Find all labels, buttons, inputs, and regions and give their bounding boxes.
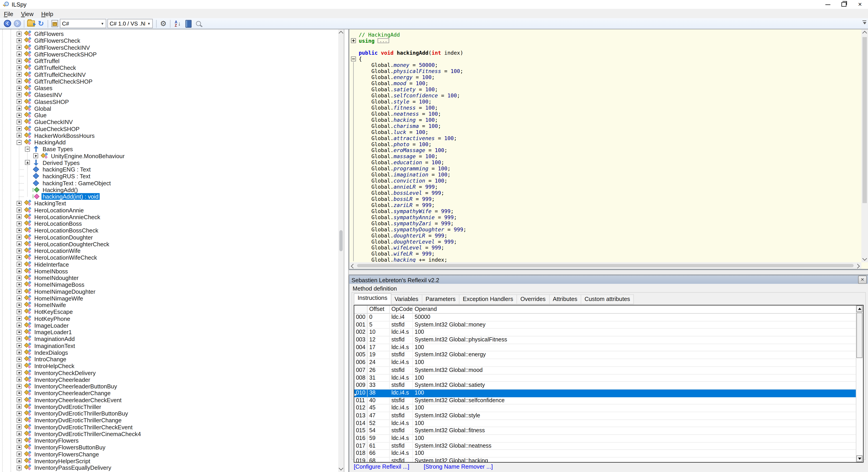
expand-icon[interactable] [17,424,22,430]
expand-icon[interactable] [17,364,22,369]
expand-icon[interactable] [17,214,22,219]
expand-icon[interactable] [17,316,22,321]
tree-item[interactable]: HideInterface [0,261,338,268]
tree-item[interactable]: GlueCheckINV [0,119,338,125]
tree-vertical-scrollbar[interactable] [338,29,344,472]
expand-icon[interactable] [17,126,22,131]
code-area[interactable]: // HackingAddusing ... public void hacki… [349,29,861,262]
tree-item[interactable]: IntroChange [0,356,338,363]
expand-icon[interactable] [17,65,22,70]
tree-item[interactable]: Global [0,105,338,112]
instruction-row[interactable]: 0000ldc.i450000 [354,314,856,321]
refresh-button[interactable]: ↻ [36,19,46,28]
instruction-row[interactable]: 01452ldc.i4.s100 [354,420,856,428]
expand-icon[interactable] [17,38,22,43]
collapse-icon[interactable] [25,147,30,152]
tree-item[interactable]: ImaginationAdd [0,336,338,342]
tree-item[interactable]: GiftFlowersCheck [0,37,338,44]
instruction-row[interactable]: 00312stsfldSystem.Int32 Global::physical… [354,337,856,344]
instruction-row[interactable]: 0015stsfldSystem.Int32 Global::money [354,321,856,329]
tab-custom-attributes[interactable]: Custom attributes [581,294,634,304]
fold-expander-using[interactable] [351,38,356,43]
code-horizontal-scrollbar[interactable] [349,262,861,269]
instruction-row[interactable]: 00519stsfldSystem.Int32 Global::energy [354,352,856,359]
tree-item[interactable]: InventoryCheerleaderButtonBuy [0,383,338,390]
tree-item[interactable]: InventoryDvdEroticThrillerCinemaCheck4 [0,431,338,437]
tree-item[interactable]: HomeINimageWife [0,295,338,302]
settings-button[interactable]: ⚙ [158,19,168,28]
expand-icon[interactable] [17,309,22,314]
instruction-row[interactable]: 01761stsfldSystem.Int32 Global::neatness [354,442,856,450]
tree-item[interactable]: GiftFlowersCheckINV [0,44,338,51]
expand-icon[interactable] [17,208,22,213]
menu-item-view[interactable]: View [17,9,37,18]
tree-item[interactable]: InventoryHelperScript [0,458,338,464]
tree-item[interactable]: InventoryCheerleaderChange [0,390,338,397]
expand-icon[interactable] [17,431,22,436]
scroll-right-icon[interactable] [855,263,860,268]
tree-item[interactable]: hackingRUS : Text [0,173,338,180]
scroll-down-icon[interactable] [862,256,867,261]
offset-column-header[interactable]: Offset [368,306,390,313]
tree-item[interactable]: HeroLocationWife [0,247,338,254]
horizontal-splitter[interactable] [349,269,868,276]
expand-icon[interactable] [17,99,22,104]
expand-icon[interactable] [17,289,22,294]
tab-attributes[interactable]: Attributes [550,294,581,304]
expand-icon[interactable] [17,59,22,63]
reflexil-close-button[interactable]: ✕ [858,276,867,284]
scroll-up-icon[interactable] [862,31,867,36]
scroll-left-icon[interactable] [351,263,355,268]
tree-item[interactable]: HotKeyEscape [0,308,338,315]
tree-item[interactable]: HackingAdd() [0,186,338,193]
vertical-splitter[interactable] [344,29,349,472]
collapse-icon[interactable] [17,140,22,145]
expand-icon[interactable] [17,323,22,328]
expand-icon[interactable] [17,343,22,348]
tree-item[interactable]: hackingENG : Text [0,166,338,173]
link-strongnameremover[interactable]: [Strong Name Remover ...] [424,463,493,470]
expand-icon[interactable] [17,377,22,382]
expand-icon[interactable] [17,31,22,36]
expand-icon[interactable] [17,79,22,84]
tree-item[interactable]: GiftFlowersCheckSHOP [0,51,338,58]
tree-item[interactable]: HomeINimageBoss [0,281,338,288]
instruction-row[interactable]: 01140stsfldSystem.Int32 Global::selfconf… [354,397,856,405]
tree-item[interactable]: hackingText : GameObject [0,180,338,186]
code-scrollbar-thumb[interactable] [863,37,867,203]
instruction-row[interactable]: 01245ldc.i4.s100 [354,405,856,412]
tree-item[interactable]: InventoryFlowers [0,437,338,444]
tree-item[interactable]: IndexDialogs [0,349,338,356]
instruction-row[interactable]: 00831ldc.i4.s100 [354,374,856,382]
search-button[interactable] [193,19,203,28]
expand-icon[interactable] [17,398,22,402]
tree-item[interactable]: InventoryDvdEroticThriller [0,403,338,410]
tree-item[interactable]: GiftTruffelCheck [0,64,338,71]
expand-icon[interactable] [17,255,22,260]
tree-item[interactable]: ImaginationText [0,342,338,349]
instruction-row[interactable]: ▶01038ldc.i4.s100 [354,389,856,397]
expand-icon[interactable] [17,106,22,111]
tree-item[interactable]: HomeINboss [0,268,338,275]
expand-icon[interactable] [17,438,22,443]
expand-icon[interactable] [17,452,22,457]
expand-icon[interactable] [17,303,22,308]
tree-item[interactable]: ImageLoader [0,322,338,329]
instruction-row[interactable]: 01554stsfldSystem.Int32 Global::fitness [354,427,856,435]
tree-item[interactable]: GiftTruffelCheckINV [0,71,338,78]
expand-icon[interactable] [17,282,22,287]
expand-icon[interactable] [17,404,22,409]
operand-column-header[interactable]: Operand [413,306,857,313]
tab-instructions[interactable]: Instructions [354,293,391,304]
expand-icon[interactable] [17,337,22,341]
expand-icon[interactable] [17,350,22,355]
tab-exception-handlers[interactable]: Exception Handlers [460,294,517,304]
expand-icon[interactable] [17,45,22,50]
language-select[interactable]: C# ▼ [60,19,106,28]
collapsed-usings-box[interactable]: ... [378,38,389,43]
tree-item[interactable]: InventoryDvdEroticThrillerButtonBuy [0,410,338,417]
code-vertical-scrollbar[interactable] [862,29,868,262]
scroll-down-button[interactable] [857,455,863,462]
instructions-scrollbar-thumb[interactable] [857,313,863,358]
expand-icon[interactable] [17,52,22,57]
